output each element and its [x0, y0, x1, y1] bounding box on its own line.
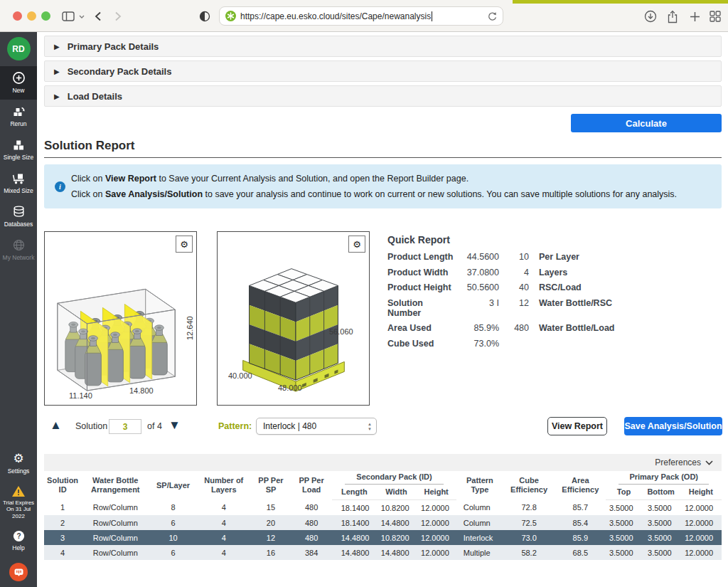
column-header: Width — [376, 486, 416, 500]
table-row[interactable]: 2Row/Column642048018.140014.480012.0000C… — [44, 515, 722, 530]
sidebar-toggle-icon[interactable] — [60, 8, 77, 25]
quick-report-row: Area Used 85.9% 480 Water Bottle/Load — [387, 323, 722, 333]
accordion-label: Load Details — [68, 91, 122, 102]
column-header: PP Per Load — [291, 471, 332, 500]
new-tab-icon[interactable] — [686, 8, 703, 25]
metric-value: 44.5600 — [456, 252, 499, 262]
metric-label: Cube Used — [387, 339, 456, 349]
viewer-settings-button[interactable]: ⚙ — [176, 236, 193, 253]
sidebar-item-label: Help — [12, 544, 24, 551]
column-header: Cube Efficiency — [503, 471, 555, 500]
table-cell: 3.5000 — [606, 515, 641, 530]
url-bar[interactable]: https://cape.eu.esko.cloud/sites/Cape/ne… — [219, 6, 503, 26]
table-cell: 12 — [251, 530, 291, 545]
previous-solution-button[interactable]: ▲ — [50, 418, 62, 433]
calculate-button[interactable]: Calculate — [571, 114, 722, 132]
table-row[interactable]: 1Row/Column841548018.140010.820012.0000C… — [44, 500, 722, 516]
url-text: https://cape.eu.esko.cloud/sites/Cape/ne… — [240, 11, 431, 21]
table-cell: 4 — [197, 545, 251, 560]
preferences-label: Preferences — [655, 458, 701, 467]
pattern-select[interactable]: Interlock | 480 ▲▼ — [256, 418, 377, 435]
column-header: SP/Layer — [149, 471, 196, 500]
count-value: 480 — [499, 323, 529, 333]
table-cell: 3.5000 — [642, 500, 680, 516]
accordion-load-details[interactable]: ▶ Load Details — [44, 85, 722, 107]
chevron-down-icon[interactable] — [77, 8, 87, 25]
view-report-button[interactable]: View Report — [547, 417, 607, 435]
dimension-label: 40.000 — [228, 371, 252, 380]
solution-number-input[interactable] — [109, 419, 141, 434]
table-row[interactable]: 3Row/Column1041248014.480010.820012.0000… — [44, 530, 722, 545]
sidebar-item-trial[interactable]: Trial Expires On 31 Jul 2022 — [0, 480, 37, 526]
table-row[interactable]: 4Row/Column641638414.480014.480012.0000M… — [44, 545, 722, 560]
dimension-label: 12.640 — [186, 283, 194, 340]
table-cell: 12.0000 — [417, 545, 456, 560]
sidebar-item-rerun[interactable]: Rerun — [0, 100, 37, 133]
select-stepper-icon: ▲▼ — [368, 422, 372, 431]
accordion-secondary-pack-details[interactable]: ▶ Secondary Pack Details — [44, 60, 722, 82]
table-cell: 3.5000 — [606, 500, 641, 516]
table-cell: Column — [456, 500, 503, 516]
sidebar-item-help[interactable]: ? Help — [0, 525, 37, 557]
sidebar-item-my-network[interactable]: My Network — [0, 233, 37, 267]
save-analysis-solution-button[interactable]: Save Analysis/Solution — [624, 417, 722, 435]
pallet-3d-viewer[interactable]: ⚙ 40.000 48.000 56.060 — [217, 231, 370, 406]
sidebar-item-label: Single Size — [4, 154, 34, 161]
minimize-window-button[interactable] — [27, 11, 36, 21]
table-cell: 58.2 — [503, 545, 555, 560]
chevron-down-icon — [705, 460, 713, 465]
accordion-primary-pack-details[interactable]: ▶ Primary Pack Details — [44, 36, 722, 57]
table-cell: 12.0000 — [680, 530, 722, 545]
table-body: 1Row/Column841548018.140010.820012.0000C… — [44, 500, 722, 561]
count-label: Water Bottle/Load — [529, 323, 722, 333]
preferences-toggle[interactable]: Preferences — [44, 454, 722, 471]
expand-arrow-icon: ▶ — [54, 43, 60, 51]
forward-button[interactable] — [109, 8, 127, 25]
table-cell: 16 — [251, 545, 291, 560]
background-window-strip — [513, 0, 728, 4]
info-banner-text: Click on View Report to Save your Curren… — [71, 171, 677, 202]
next-solution-button[interactable]: ▼ — [168, 418, 181, 433]
dimension-label: 14.800 — [129, 386, 154, 395]
table-cell: 12.0000 — [680, 500, 722, 516]
sidebar-item-label: New — [12, 87, 24, 94]
table-cell: Multiple — [456, 545, 503, 560]
info-line-1: Click on View Report to Save your Curren… — [71, 171, 677, 186]
table-cell: 72.8 — [503, 500, 555, 516]
table-cell: 18.1400 — [332, 515, 376, 530]
zoom-window-button[interactable] — [41, 11, 50, 21]
share-icon[interactable] — [664, 8, 681, 25]
table-cell: 3 — [44, 530, 81, 545]
avatar[interactable]: RD — [7, 37, 31, 60]
reload-icon[interactable] — [488, 11, 497, 21]
table-cell: Column — [456, 515, 503, 530]
expand-arrow-icon: ▶ — [54, 92, 60, 100]
column-header: Length — [332, 486, 376, 500]
table-cell: Row/Column — [81, 545, 149, 560]
table-cell: 480 — [291, 530, 332, 545]
table-cell: 480 — [291, 500, 332, 516]
sidebar-item-databases[interactable]: Databases — [0, 200, 37, 233]
sidebar-item-new[interactable]: New — [0, 66, 37, 100]
sidebar-item-single-size[interactable]: Single Size — [0, 133, 37, 166]
app-sidebar: RD New Rerun Single Size Mixed Size — [0, 32, 37, 587]
column-header: Top — [606, 486, 641, 500]
viewer-settings-button[interactable]: ⚙ — [348, 236, 365, 253]
chat-launcher-button[interactable] — [9, 563, 28, 581]
info-banner: i Click on View Report to Save your Curr… — [44, 164, 722, 208]
privacy-shield-icon[interactable] — [196, 8, 213, 25]
close-window-button[interactable] — [13, 11, 22, 21]
info-line-2: Click on Save Analysis/Solution to save … — [71, 186, 677, 202]
tab-overview-icon[interactable] — [707, 8, 724, 25]
solution-count-label: of 4 — [147, 421, 162, 431]
table-cell: 10.8200 — [376, 530, 416, 545]
downloads-icon[interactable] — [642, 8, 659, 25]
title-divider — [44, 157, 722, 158]
svg-text:?: ? — [16, 532, 21, 540]
column-header: Solution ID — [44, 471, 81, 500]
case-3d-viewer[interactable]: ⚙ 11.140 14.800 12.640 — [44, 231, 197, 406]
column-header: Height — [417, 486, 456, 500]
back-button[interactable] — [90, 8, 107, 25]
sidebar-item-mixed-size[interactable]: Mixed Size — [0, 166, 37, 200]
sidebar-item-settings[interactable]: ⚙ Settings — [0, 448, 37, 480]
